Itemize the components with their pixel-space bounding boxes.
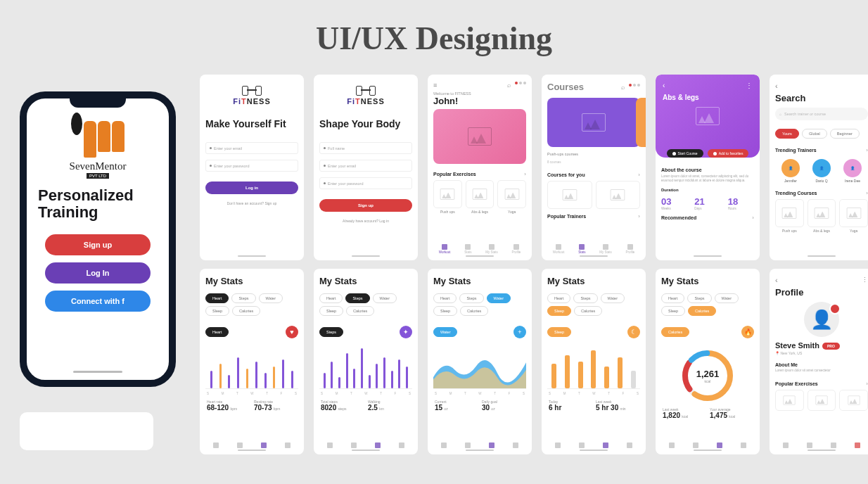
signup-submit-button[interactable]: Sign up: [319, 199, 412, 212]
course-thumb[interactable]: [839, 199, 868, 227]
trainer-item[interactable]: 👤Irene Dee: [843, 159, 862, 183]
exercise-thumb[interactable]: [808, 390, 836, 411]
stat-chip[interactable]: Calories: [232, 306, 260, 316]
stat-chip[interactable]: Water: [601, 293, 625, 303]
course-thumb[interactable]: [596, 181, 641, 209]
start-course-button[interactable]: Start Course: [667, 149, 703, 158]
course-hero[interactable]: [547, 98, 640, 147]
login-headline: Make Yourself Fit: [205, 118, 298, 129]
tab-workout[interactable]: Workout: [439, 244, 451, 254]
stat-chip[interactable]: Steps: [687, 293, 711, 303]
stat-chip[interactable]: Calories: [688, 306, 716, 316]
screen-course-detail: ‹⋮ Abs & legs Start Course Add to favori…: [656, 75, 760, 260]
email-input[interactable]: Enter your email: [319, 160, 412, 172]
signup-button[interactable]: Sign up: [45, 234, 151, 255]
screen-title: Courses: [547, 82, 584, 92]
filter-chip[interactable]: Beginner: [830, 129, 860, 139]
heart-fab[interactable]: ♥: [286, 326, 298, 338]
profile-avatar[interactable]: 👤: [804, 302, 839, 337]
signup-link[interactable]: Don't have an account? Sign up: [205, 201, 298, 205]
screen-title: Search: [775, 93, 868, 103]
connect-button[interactable]: Connect with f: [45, 291, 151, 312]
course-hero: ‹⋮ Abs & legs: [656, 75, 760, 158]
stat-chip[interactable]: Sleep: [661, 306, 685, 316]
stat-chip[interactable]: Water: [487, 293, 511, 303]
hero-card[interactable]: [433, 109, 526, 164]
exercise-thumb[interactable]: [466, 180, 494, 208]
water-fab[interactable]: +: [513, 326, 526, 338]
steps-fab[interactable]: ✦: [400, 326, 412, 338]
course-thumb[interactable]: [808, 199, 836, 227]
course-thumb[interactable]: [775, 199, 804, 227]
exercise-thumb[interactable]: [433, 180, 462, 208]
more-icon[interactable]: ⋮: [746, 82, 753, 89]
selected-chip[interactable]: Water: [433, 327, 457, 337]
password-input[interactable]: Enter your password: [319, 177, 412, 189]
tab-stats[interactable]: Stats: [464, 244, 471, 254]
stat-chip[interactable]: Heart: [205, 293, 229, 303]
filter-chip[interactable]: Global: [802, 129, 827, 139]
tab-profile[interactable]: Profile: [511, 244, 521, 254]
stat-chip[interactable]: Steps: [459, 293, 483, 303]
exercise-thumb[interactable]: [775, 390, 804, 411]
stat-chip[interactable]: Sleep: [319, 306, 343, 316]
tab-stats[interactable]: Stats: [578, 244, 585, 254]
back-icon[interactable]: ‹: [663, 82, 665, 89]
donut-chart: 1,261kcal: [680, 348, 735, 403]
password-input[interactable]: Enter your password: [205, 160, 298, 172]
logo-text: SevenMentor: [70, 160, 127, 172]
stat-chip[interactable]: Steps: [573, 293, 597, 303]
about-text: Lorem ipsum dolor sit amet, consectetur …: [661, 174, 754, 184]
stat-chip[interactable]: Sleep: [547, 306, 571, 316]
stat-chip[interactable]: Calories: [460, 306, 488, 316]
tab-mystats[interactable]: My Stats: [599, 244, 612, 254]
filter-chip[interactable]: Yours: [775, 129, 799, 139]
stat-chip[interactable]: Steps: [231, 293, 255, 303]
selected-chip[interactable]: Calories: [661, 327, 689, 337]
chevron-right-icon[interactable]: ›: [638, 213, 640, 219]
stat-chip[interactable]: Water: [715, 293, 739, 303]
stat-chip[interactable]: Calories: [346, 306, 374, 316]
selected-chip[interactable]: Heart: [205, 327, 229, 337]
stat-chip[interactable]: Heart: [319, 293, 343, 303]
tab-mystats[interactable]: My Stats: [485, 244, 498, 254]
selected-chip[interactable]: Sleep: [547, 327, 571, 337]
stat-chip[interactable]: Water: [373, 293, 397, 303]
calories-fab[interactable]: 🔥: [741, 326, 754, 338]
course-thumb[interactable]: [547, 181, 592, 209]
stat-chip[interactable]: Calories: [574, 306, 602, 316]
more-icon[interactable]: ⋮: [862, 276, 868, 284]
stat-chip[interactable]: Steps: [345, 293, 369, 303]
name-input[interactable]: Full name: [319, 142, 412, 154]
search-input[interactable]: ⌕Search trainer or course: [775, 108, 868, 120]
menu-icon[interactable]: ≡: [433, 82, 437, 89]
stat-chip[interactable]: Sleep: [433, 306, 457, 316]
screen-title: Profile: [775, 287, 868, 298]
chevron-right-icon[interactable]: ›: [752, 215, 754, 221]
exercise-thumb[interactable]: [839, 390, 868, 411]
login-submit-button[interactable]: Log in: [205, 182, 298, 194]
stat-chip[interactable]: Water: [259, 293, 283, 303]
search-icon[interactable]: ⌕: [507, 82, 511, 89]
add-favorites-button[interactable]: Add to favorites: [708, 149, 749, 158]
stat-chip[interactable]: Heart: [433, 293, 457, 303]
tab-workout[interactable]: Workout: [553, 244, 565, 254]
login-link[interactable]: Already have account? Log in: [319, 219, 412, 223]
exercise-thumb[interactable]: [497, 180, 526, 208]
screens-grid: FiTNESS Make Yourself Fit Enter your ema…: [200, 75, 868, 454]
stat-chip[interactable]: Heart: [661, 293, 684, 303]
back-icon[interactable]: ‹: [775, 82, 778, 90]
search-icon[interactable]: ⌕: [621, 84, 625, 91]
stat-chip[interactable]: Heart: [547, 293, 570, 303]
chevron-right-icon[interactable]: ›: [638, 172, 640, 178]
stat-chip[interactable]: Sleep: [205, 306, 229, 316]
back-icon[interactable]: ‹: [775, 276, 778, 284]
email-input[interactable]: Enter your email: [205, 142, 298, 154]
selected-chip[interactable]: Steps: [319, 327, 343, 337]
chevron-right-icon[interactable]: ›: [524, 171, 526, 177]
tab-profile[interactable]: Profile: [625, 244, 634, 254]
login-button[interactable]: Log In: [45, 262, 151, 284]
sleep-fab[interactable]: ☾: [627, 326, 640, 338]
trainer-item[interactable]: 👤Dario Q: [812, 159, 831, 183]
trainer-item[interactable]: 👤Jennifer: [781, 159, 800, 183]
